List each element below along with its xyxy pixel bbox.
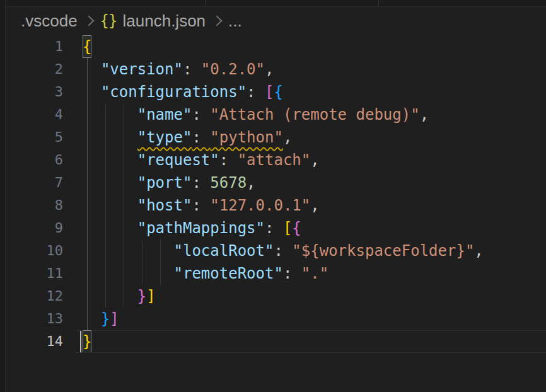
code-line[interactable]: "port": 5678, — [76, 171, 546, 194]
token — [83, 287, 137, 305]
token: , — [474, 242, 483, 260]
token: , — [247, 174, 255, 192]
token: { — [292, 219, 301, 237]
token: , — [265, 61, 274, 78]
line-number[interactable]: 10 — [6, 239, 76, 262]
line-number[interactable]: 13 — [6, 308, 76, 330]
code-line[interactable]: "type": "python", — [76, 126, 546, 149]
tab-divider — [378, 0, 379, 6]
tab-bar[interactable] — [0, 0, 546, 7]
token: : — [192, 197, 210, 214]
line-number[interactable]: 4 — [6, 103, 76, 126]
breadcrumb-item-folder[interactable]: .vscode — [21, 11, 78, 31]
token: : — [283, 265, 301, 282]
code-line[interactable]: }] — [76, 308, 546, 330]
token: , — [420, 106, 429, 124]
token: [ — [283, 219, 292, 237]
bracket-match: } — [83, 330, 91, 353]
line-number[interactable]: 3 — [6, 81, 76, 103]
code-area[interactable]: { "version": "0.2.0", "configurations": … — [76, 35, 546, 353]
code-line[interactable]: "pathMappings": [{ — [76, 217, 546, 239]
token — [83, 310, 101, 328]
token — [83, 242, 174, 260]
chevron-right-icon — [212, 16, 223, 26]
token: : — [219, 151, 238, 169]
token: : — [247, 83, 265, 101]
line-text: "host": "127.0.0.1", — [83, 194, 320, 217]
token — [83, 197, 137, 214]
code-line[interactable]: "localRoot": "${workspaceFolder}", — [76, 239, 546, 262]
line-number[interactable]: 5 — [6, 126, 76, 149]
line-number[interactable]: 2 — [6, 58, 76, 81]
token — [83, 129, 137, 146]
line-text: "version": "0.2.0", — [83, 58, 274, 81]
code-line[interactable]: } — [76, 330, 546, 353]
token: "${workspaceFolder}" — [292, 242, 474, 260]
token — [83, 61, 101, 78]
code-line[interactable]: "host": "127.0.0.1", — [76, 194, 546, 217]
token — [83, 265, 174, 282]
code-line[interactable]: "configurations": [{ — [76, 81, 546, 103]
json-braces-icon: {} — [100, 12, 117, 30]
line-text: } — [83, 330, 91, 353]
line-number[interactable]: 6 — [6, 149, 76, 171]
line-text: "pathMappings": [{ — [83, 217, 301, 239]
token: : — [192, 106, 210, 124]
line-text: "port": 5678, — [83, 171, 256, 194]
token — [83, 106, 137, 124]
token: "pathMappings" — [137, 219, 265, 237]
token: , — [310, 197, 319, 214]
code-line[interactable]: "name": "Attach (remote debug)", — [76, 103, 546, 126]
token: ] — [110, 310, 119, 328]
code-line[interactable]: "version": "0.2.0", — [76, 58, 546, 81]
breadcrumb: .vscode {} launch.json ... — [6, 7, 546, 35]
token: "host" — [137, 197, 192, 214]
token: "type": "python" — [137, 129, 283, 146]
code-line[interactable]: "request": "attach", — [76, 149, 546, 171]
bracket-match: { — [83, 35, 91, 58]
line-text: "type": "python", — [83, 126, 292, 149]
token: "0.2.0" — [201, 61, 265, 78]
text-cursor — [80, 331, 81, 352]
line-text: "remoteRoot": "." — [83, 262, 328, 285]
code-editor[interactable]: 1234567891011121314 { "version": "0.2.0"… — [6, 35, 546, 392]
line-number[interactable]: 12 — [6, 285, 76, 308]
token: "localRoot" — [174, 242, 274, 260]
token: { — [274, 83, 282, 101]
breadcrumb-overflow[interactable]: ... — [228, 11, 242, 31]
token: "configurations" — [101, 83, 247, 101]
line-number[interactable]: 14 — [6, 330, 76, 353]
token: : — [192, 174, 210, 192]
line-number[interactable]: 7 — [6, 171, 76, 194]
token: "name" — [137, 106, 192, 124]
token: , — [310, 151, 319, 169]
token: "Attach (remote debug)" — [210, 106, 419, 124]
line-text: "name": "Attach (remote debug)", — [83, 103, 429, 126]
window-left-edge — [0, 0, 6, 392]
line-text: "localRoot": "${workspaceFolder}", — [83, 239, 484, 262]
code-line[interactable]: { — [76, 35, 546, 58]
token: : — [274, 242, 292, 260]
line-number[interactable]: 9 — [6, 217, 76, 239]
token: } — [101, 310, 110, 328]
token: : — [192, 129, 210, 146]
code-line[interactable]: }] — [76, 285, 546, 308]
line-number[interactable]: 8 — [6, 194, 76, 217]
gutter[interactable]: 1234567891011121314 — [6, 35, 76, 353]
line-number[interactable]: 11 — [6, 262, 76, 285]
token: "." — [301, 265, 328, 282]
token: "request" — [137, 151, 219, 169]
token: 5678 — [210, 174, 247, 192]
token: "attach" — [238, 151, 311, 169]
tab-divider — [205, 0, 206, 6]
token: "python" — [210, 129, 283, 146]
token: : — [265, 219, 283, 237]
breadcrumb-item-file[interactable]: launch.json — [123, 11, 206, 31]
code-line[interactable]: "remoteRoot": "." — [76, 262, 546, 285]
token: ] — [146, 287, 155, 305]
token: } — [137, 287, 146, 305]
token — [83, 83, 101, 101]
chevron-right-icon — [83, 16, 94, 26]
line-number[interactable]: 1 — [6, 35, 76, 58]
token: "remoteRoot" — [174, 265, 283, 282]
